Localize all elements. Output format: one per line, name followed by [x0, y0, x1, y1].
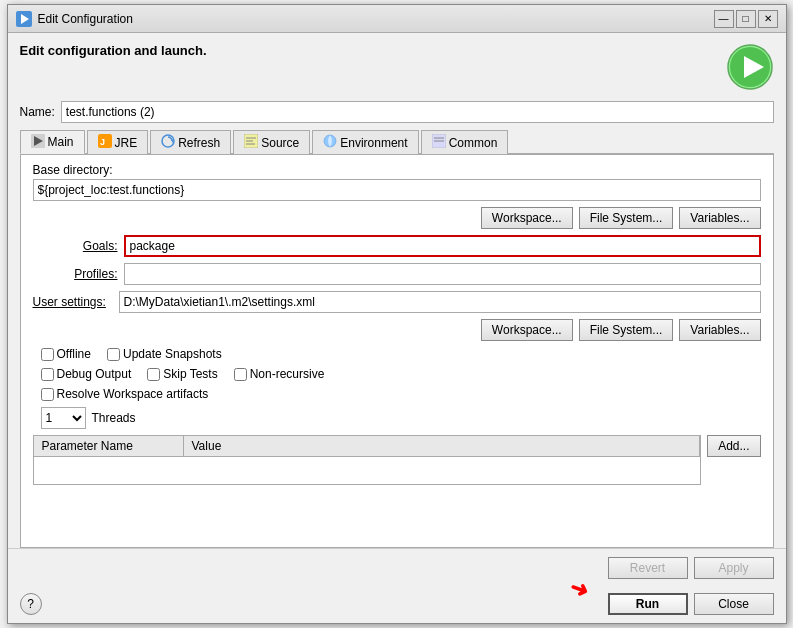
- add-parameter-button[interactable]: Add...: [707, 435, 760, 457]
- skip-tests-label: Skip Tests: [163, 367, 217, 381]
- apply-button[interactable]: Apply: [694, 557, 774, 579]
- value-col-header: Value: [184, 436, 701, 456]
- non-recursive-checkbox-label[interactable]: Non-recursive: [234, 367, 325, 381]
- update-snapshots-label: Update Snapshots: [123, 347, 222, 361]
- revert-button[interactable]: Revert: [608, 557, 688, 579]
- tabs-bar: Main J JRE Refresh Source Environment: [20, 129, 774, 154]
- user-settings-input[interactable]: [119, 291, 761, 313]
- resolve-workspace-checkbox-label[interactable]: Resolve Workspace artifacts: [41, 387, 209, 401]
- tab-environment[interactable]: Environment: [312, 130, 418, 154]
- tab-refresh-label: Refresh: [178, 136, 220, 150]
- base-directory-label: Base directory:: [33, 163, 761, 177]
- tab-main-label: Main: [48, 135, 74, 149]
- non-recursive-checkbox[interactable]: [234, 368, 247, 381]
- parameter-table: Parameter Name Value: [33, 435, 702, 485]
- workspace-button-1[interactable]: Workspace...: [481, 207, 573, 229]
- user-settings-label: User settings:: [33, 295, 113, 309]
- refresh-tab-icon: [161, 134, 175, 151]
- svg-text:J: J: [100, 137, 105, 147]
- title-bar: Edit Configuration — □ ✕: [8, 5, 786, 33]
- name-row: Name:: [8, 97, 786, 129]
- resolve-workspace-label: Resolve Workspace artifacts: [57, 387, 209, 401]
- debug-output-checkbox-label[interactable]: Debug Output: [41, 367, 132, 381]
- close-button[interactable]: ✕: [758, 10, 778, 28]
- threads-label: Threads: [92, 411, 136, 425]
- checkboxes-row-2: Debug Output Skip Tests Non-recursive: [33, 367, 761, 381]
- dialog-icon: [16, 11, 32, 27]
- file-system-button-2[interactable]: File System...: [579, 319, 674, 341]
- base-directory-row: Base directory:: [33, 163, 761, 201]
- variables-button-2[interactable]: Variables...: [679, 319, 760, 341]
- source-tab-icon: [244, 134, 258, 151]
- close-dialog-button[interactable]: Close: [694, 593, 774, 615]
- run-icon: [726, 43, 774, 91]
- checkboxes-row-1: Offline Update Snapshots: [33, 347, 761, 361]
- edit-configuration-dialog: Edit Configuration — □ ✕ Edit configurat…: [7, 4, 787, 624]
- threads-select[interactable]: 1 2 4: [41, 407, 86, 429]
- debug-output-label: Debug Output: [57, 367, 132, 381]
- skip-tests-checkbox-label[interactable]: Skip Tests: [147, 367, 217, 381]
- offline-checkbox-label[interactable]: Offline: [41, 347, 91, 361]
- name-label: Name:: [20, 105, 55, 119]
- window-controls: — □ ✕: [714, 10, 778, 28]
- help-button[interactable]: ?: [20, 593, 42, 615]
- non-recursive-label: Non-recursive: [250, 367, 325, 381]
- goals-row: Goals:: [33, 235, 761, 257]
- tab-source[interactable]: Source: [233, 130, 310, 154]
- jre-tab-icon: J: [98, 134, 112, 151]
- parameter-table-area: Parameter Name Value Add...: [33, 435, 761, 485]
- base-directory-input[interactable]: [33, 179, 761, 201]
- name-input[interactable]: [61, 101, 774, 123]
- goals-label: Goals:: [63, 239, 118, 253]
- checkboxes-row-3: Resolve Workspace artifacts: [33, 387, 761, 401]
- param-name-col-header: Parameter Name: [34, 436, 184, 456]
- dialog-header: Edit configuration and launch.: [8, 33, 786, 97]
- footer-bottom: ? Run ➜ Close: [8, 587, 786, 623]
- common-tab-icon: [432, 134, 446, 151]
- variables-button-1[interactable]: Variables...: [679, 207, 760, 229]
- tab-source-label: Source: [261, 136, 299, 150]
- environment-tab-icon: [323, 134, 337, 151]
- tab-refresh[interactable]: Refresh: [150, 130, 231, 154]
- resolve-workspace-checkbox[interactable]: [41, 388, 54, 401]
- tab-common-label: Common: [449, 136, 498, 150]
- debug-output-checkbox[interactable]: [41, 368, 54, 381]
- profiles-input[interactable]: [124, 263, 761, 285]
- tab-main[interactable]: Main: [20, 130, 85, 154]
- base-dir-buttons: Workspace... File System... Variables...: [33, 207, 761, 229]
- tab-jre-label: JRE: [115, 136, 138, 150]
- goals-input[interactable]: [124, 235, 761, 257]
- file-system-button-1[interactable]: File System...: [579, 207, 674, 229]
- update-snapshots-checkbox[interactable]: [107, 348, 120, 361]
- dialog-footer: Revert Apply: [8, 548, 786, 587]
- maximize-button[interactable]: □: [736, 10, 756, 28]
- table-header: Parameter Name Value: [34, 436, 701, 457]
- tab-jre[interactable]: J JRE: [87, 130, 149, 154]
- threads-row: 1 2 4 Threads: [33, 407, 761, 429]
- run-button-label: Run: [636, 597, 659, 611]
- footer-right-buttons: Run ➜ Close: [608, 593, 774, 615]
- minimize-button[interactable]: —: [714, 10, 734, 28]
- tab-common[interactable]: Common: [421, 130, 509, 154]
- dialog-title: Edit Configuration: [38, 12, 714, 26]
- workspace-button-2[interactable]: Workspace...: [481, 319, 573, 341]
- offline-checkbox[interactable]: [41, 348, 54, 361]
- profiles-row: Profiles:: [33, 263, 761, 285]
- user-settings-buttons: Workspace... File System... Variables...: [33, 319, 761, 341]
- skip-tests-checkbox[interactable]: [147, 368, 160, 381]
- run-button[interactable]: Run ➜: [608, 593, 688, 615]
- profiles-label: Profiles:: [63, 267, 118, 281]
- header-text: Edit configuration and launch.: [20, 43, 207, 58]
- content-area: Base directory: Workspace... File System…: [20, 154, 774, 548]
- offline-label: Offline: [57, 347, 91, 361]
- user-settings-row: User settings:: [33, 291, 761, 313]
- table-buttons: Add...: [707, 435, 760, 457]
- update-snapshots-checkbox-label[interactable]: Update Snapshots: [107, 347, 222, 361]
- main-tab-icon: [31, 134, 45, 151]
- tab-environment-label: Environment: [340, 136, 407, 150]
